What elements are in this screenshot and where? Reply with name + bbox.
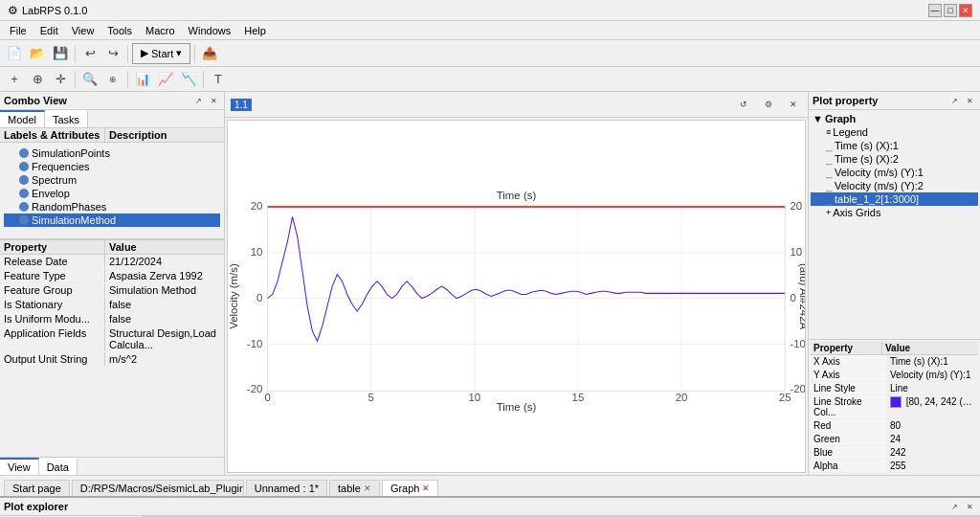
svg-text:-10: -10 [247,338,263,349]
main-layout: Combo View ↗ ✕ Model Tasks Labels & Attr… [0,92,980,475]
tree-item-simulationmethod[interactable]: SimulationMethod [4,214,220,227]
pe-close-button[interactable]: ✕ [963,500,976,513]
plot-explorer: Plot explorer ↗ ✕ 📁 Untitled Name [0,498,980,517]
velocity-y2-label: Velocity (m/s) (Y):2 [835,180,924,191]
save-button[interactable]: 💾 [50,43,71,64]
zoom-in-button[interactable]: ⊕ [102,69,123,90]
velocity-y2-item[interactable]: ⎯ Velocity (m/s) (Y):2 [811,179,978,192]
tree-item-randomphases[interactable]: RandomPhases [4,200,220,214]
tab-data[interactable]: Data [39,458,78,475]
svg-text:-10: -10 [790,338,805,349]
svg-text:20: 20 [790,200,802,212]
menu-item-windows[interactable]: Windows [183,23,237,38]
prop-row[interactable]: Application FieldsStructural Design,Load… [0,326,224,352]
pe-float-button[interactable]: ↗ [947,500,961,513]
val-col-header: Value [105,240,224,254]
menu-item-view[interactable]: View [66,23,100,38]
axis-grids-item[interactable]: + Axis Grids [811,206,978,219]
panel-close-button[interactable]: ✕ [207,94,220,107]
tree-item-icon [19,189,29,198]
chart-area[interactable]: Time (s) Velocity (m/s) (afu) Al#242A [227,120,806,473]
menu-item-tools[interactable]: Tools [101,23,138,38]
tab-graph-label: Graph [390,483,420,494]
model-tree: SimulationPointsFrequenciesSpectrumEnvel… [0,143,224,238]
plot-property-tree: ▼ Graph ≡ Legend ⎯ Time (s) (X):1 ⎯ Time… [809,110,980,339]
panel-float-button[interactable]: ↗ [191,94,205,107]
new-button[interactable]: 📄 [4,43,25,64]
svg-text:20: 20 [676,392,688,403]
menu-item-file[interactable]: File [4,23,33,38]
linestroke-prop: Line Stroke Col... [80, 24, 242 (2... [811,395,978,419]
minimize-button[interactable]: — [928,4,942,17]
menu-bar: FileEditViewToolsMacroWindowsHelp [0,21,980,40]
tab-model[interactable]: Model [0,110,45,127]
tab-editor[interactable]: D:/RPS/Macros/SeismicLab_Plugin_AspasiaZ… [72,480,244,496]
velocity-y1-item[interactable]: ⎯ Velocity (m/s) (Y):1 [811,166,978,179]
export-button[interactable]: 📤 [199,43,220,64]
redo-button[interactable]: ↪ [102,43,123,64]
rp-close-button[interactable]: ✕ [963,94,976,107]
start-button[interactable]: ▶ Start ▾ [132,43,190,64]
open-button[interactable]: 📂 [27,43,48,64]
tab-tasks[interactable]: Tasks [45,110,88,127]
chart-close-button[interactable]: ✕ [783,94,804,115]
velocity-y1-icon: ⎯ [826,167,833,178]
tree-item-envelop[interactable]: Envelop [4,187,220,200]
chart-reset-button[interactable]: ↺ [733,94,754,115]
chart-button[interactable]: 📊 [132,69,153,90]
menu-item-help[interactable]: Help [238,23,272,38]
crosshair-button[interactable]: ⊕ [27,69,48,90]
tree-item-frequencies[interactable]: Frequencies [4,160,220,173]
tab-graph[interactable]: Graph ✕ [382,480,439,496]
prop-row[interactable]: Feature GroupSimulation Method [0,283,224,298]
velocity-y1-label: Velocity (m/s) (Y):1 [835,167,924,178]
toolbar-secondary: + ⊕ ✛ 🔍 ⊕ 📊 📈 📉 T [0,67,980,92]
prop-row[interactable]: Release Date21/12/2024 [0,255,224,269]
legend-label: Legend [833,126,868,138]
tab-view[interactable]: View [0,458,39,475]
rp-float-button[interactable]: ↗ [947,94,961,107]
line-chart-button[interactable]: 📈 [155,69,176,90]
close-button[interactable]: ✕ [959,4,972,17]
red-prop: Red 80 [811,419,978,433]
tab-unnamed[interactable]: Unnamed : 1* [246,480,327,496]
sub-properties: Property Value X Axis Time (s) (X):1 Y A… [809,339,980,475]
table-label: table_1_2[1:3000] [835,193,919,205]
move-button[interactable]: ✛ [50,69,71,90]
prop-row[interactable]: Is Uniform Modu...false [0,312,224,326]
text-button[interactable]: T [208,69,229,90]
time-x2-item[interactable]: ⎯ Time (s) (X):2 [811,152,978,166]
bar-chart-button[interactable]: 📉 [178,69,199,90]
time-x2-icon: ⎯ [826,153,833,165]
undo-button[interactable]: ↩ [79,43,100,64]
title-bar: ⚙ LabRPS 0.1.0 — □ ✕ [0,0,980,21]
plot-explorer-header: Plot explorer ↗ ✕ [0,498,980,516]
tree-item-simulationpoints[interactable]: SimulationPoints [4,146,220,160]
tab-table-close[interactable]: ✕ [364,483,371,493]
graph-section: ▼ Graph ≡ Legend ⎯ Time (s) (X):1 ⎯ Time… [811,112,978,219]
svg-text:0: 0 [264,392,270,403]
tab-editor-label: D:/RPS/Macros/SeismicLab_Plugin_AspasiaZ… [80,483,244,494]
prop-row[interactable]: Output Unit Stringm/s^2 [0,352,224,367]
prop-row[interactable]: Is Stationaryfalse [0,298,224,312]
maximize-button[interactable]: □ [944,4,957,17]
xaxis-prop: X Axis Time (s) (X):1 [811,355,978,369]
toolbar-main: 📄 📂 💾 ↩ ↪ ▶ Start ▾ 📤 [0,40,980,67]
chart-config-button[interactable]: ⚙ [758,94,779,115]
menu-item-macro[interactable]: Macro [140,23,181,38]
zoom-button[interactable]: 🔍 [79,69,100,90]
legend-item[interactable]: ≡ Legend [811,125,978,139]
time-x1-item[interactable]: ⎯ Time (s) (X):1 [811,139,978,152]
graph-section-header[interactable]: ▼ Graph [811,112,978,125]
add-button[interactable]: + [4,69,25,90]
tab-start-page[interactable]: Start page [4,480,70,496]
menu-item-edit[interactable]: Edit [34,23,64,38]
tree-item-spectrum[interactable]: Spectrum [4,173,220,187]
tab-graph-close[interactable]: ✕ [422,483,430,493]
tab-table[interactable]: table ✕ [329,480,380,496]
chart-bg [268,207,786,391]
prop-row[interactable]: Feature TypeAspasia Zerva 1992 [0,269,224,283]
tree-item-icon [19,175,29,185]
prop-rows-container: Release Date21/12/2024Feature TypeAspasi… [0,255,224,367]
table-item[interactable]: ⎯ table_1_2[1:3000] [811,192,978,206]
